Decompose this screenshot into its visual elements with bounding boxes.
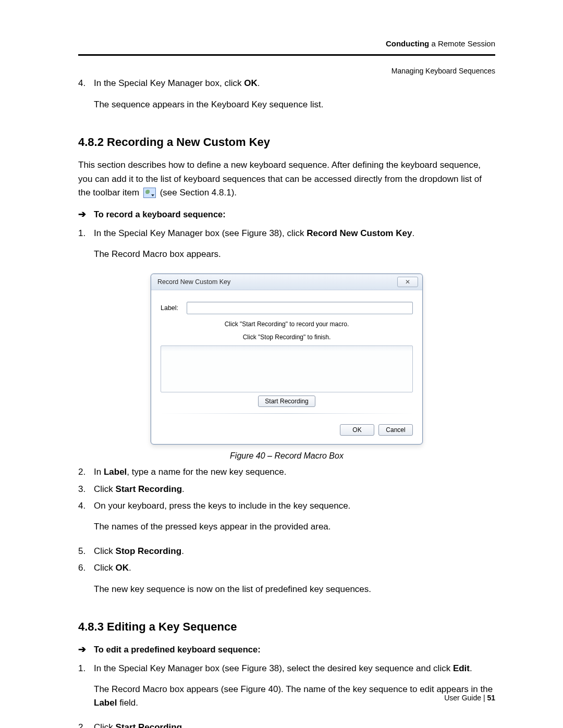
list-subtext: The Record Macro box appears (see Figure… bbox=[94, 683, 495, 710]
heading-4-8-2: 4.8.2 Recording a New Custom Key bbox=[78, 133, 495, 151]
close-icon: ✕ bbox=[405, 277, 410, 287]
list-text: On your keyboard, press the keys to incl… bbox=[94, 499, 495, 541]
list-text: In the Special Key Manager box (see Figu… bbox=[94, 662, 495, 718]
list-text: Click Start Recording. bbox=[94, 483, 495, 496]
ok-button[interactable]: OK bbox=[340, 424, 374, 436]
start-recording-button[interactable]: Start Recording bbox=[258, 396, 315, 407]
list-subtext: The new key sequence is now on the list … bbox=[94, 583, 495, 596]
label-caption: Label: bbox=[161, 303, 178, 313]
keys-capture-area bbox=[161, 346, 413, 392]
figure-caption: Figure 40 – Record Macro Box bbox=[78, 450, 495, 463]
list-number: 2. bbox=[78, 721, 94, 728]
dialog-separator bbox=[161, 413, 413, 414]
list-subtext: The Record Macro box appears. bbox=[94, 248, 495, 261]
list-number: 1. bbox=[78, 662, 94, 675]
header-rule bbox=[78, 54, 495, 56]
list-text: In the Special Key Manager box (see Figu… bbox=[94, 227, 495, 269]
cancel-button[interactable]: Cancel bbox=[378, 424, 413, 436]
list-number: 6. bbox=[78, 561, 94, 575]
record-macro-dialog: Record New Custom Key ✕ Label: Click "St… bbox=[151, 274, 423, 444]
running-header: Conducting a Remote Session Managing Key… bbox=[78, 38, 495, 77]
hint-line-2: Click "Stop Recording" to finish. bbox=[161, 332, 413, 342]
arrow-icon: ➔ bbox=[78, 645, 94, 654]
document-page: Conducting a Remote Session Managing Key… bbox=[0, 0, 563, 728]
list-number: 1. bbox=[78, 227, 94, 240]
procedure-heading: ➔ To edit a predefined keyboard sequence… bbox=[78, 643, 495, 657]
list-text: In Label, type a name for the new key se… bbox=[94, 465, 495, 479]
header-rest: a Remote Session bbox=[429, 39, 495, 48]
list-number: 4. bbox=[78, 499, 94, 513]
dialog-titlebar: Record New Custom Key ✕ bbox=[151, 274, 422, 290]
list-number: 5. bbox=[78, 545, 94, 558]
header-bold: Conducting bbox=[386, 39, 429, 48]
list-subtext: The sequence appears in the Keyboard Key… bbox=[94, 98, 495, 112]
arrow-icon: ➔ bbox=[78, 209, 94, 219]
page-footer: User Guide | 51 bbox=[444, 694, 495, 702]
list-text: Click Stop Recording. bbox=[94, 545, 495, 558]
dialog-title: Record New Custom Key bbox=[157, 277, 230, 287]
header-sub: Managing Keyboard Sequences bbox=[78, 65, 495, 77]
heading-4-8-3: 4.8.3 Editing a Key Sequence bbox=[78, 618, 495, 636]
list-text: Click Start Recording. bbox=[94, 721, 495, 728]
hint-line-1: Click "Start Recording" to record your m… bbox=[161, 319, 413, 329]
toolbar-key-icon bbox=[143, 188, 156, 198]
list-subtext: The names of the pressed keys appear in … bbox=[94, 520, 495, 534]
list-number: 4. bbox=[78, 77, 94, 90]
paragraph: This section describes how to define a n… bbox=[78, 158, 495, 200]
list-text: In the Special Key Manager box, click OK… bbox=[94, 77, 495, 119]
label-input[interactable] bbox=[187, 302, 413, 314]
close-button[interactable]: ✕ bbox=[397, 277, 418, 287]
list-number: 3. bbox=[78, 483, 94, 496]
procedure-heading: ➔ To record a keyboard sequence: bbox=[78, 208, 495, 221]
list-number: 2. bbox=[78, 465, 94, 479]
page-number: 51 bbox=[487, 694, 495, 702]
list-text: Click OK. The new key sequence is now on… bbox=[94, 561, 495, 603]
